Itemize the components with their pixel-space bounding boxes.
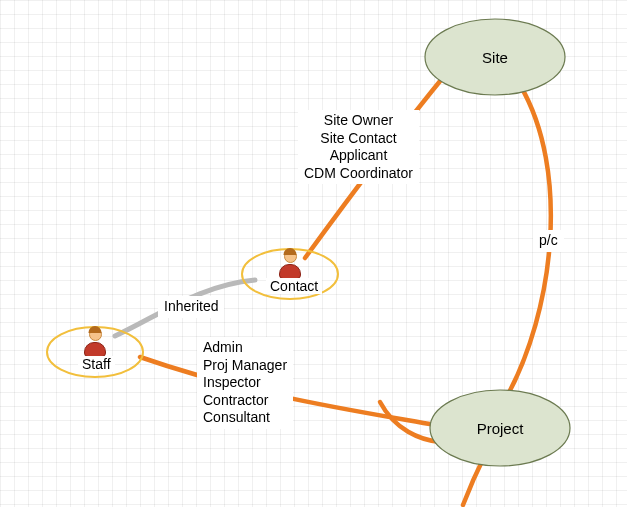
role-text: Inspector <box>203 374 287 392</box>
node-site-label: Site <box>475 49 515 66</box>
diagram-svg <box>0 0 627 507</box>
role-text: CDM Coordinator <box>304 165 413 183</box>
node-contact-label: Contact <box>266 278 322 294</box>
role-text: Site Owner <box>304 112 413 130</box>
node-staff-label: Staff <box>78 356 115 372</box>
role-text: Applicant <box>304 147 413 165</box>
role-text: Site Contact <box>304 130 413 148</box>
diagram-canvas: Site Project Contact Staff Site Owner Si… <box>0 0 627 507</box>
role-text: Contractor <box>203 392 287 410</box>
node-project-label: Project <box>472 420 528 437</box>
edge-staff-project-roles: Admin Proj Manager Inspector Contractor … <box>197 337 293 429</box>
edge-site-project-label: p/c <box>533 230 564 252</box>
edge-project-down <box>463 455 485 505</box>
edge-site-contact-roles: Site Owner Site Contact Applicant CDM Co… <box>298 110 419 184</box>
edge-contact-staff-label: Inherited <box>158 296 224 318</box>
person-icon <box>84 328 106 354</box>
role-text: Consultant <box>203 409 287 427</box>
role-text: Proj Manager <box>203 357 287 375</box>
edge-project-branch <box>380 402 440 442</box>
role-text: Admin <box>203 339 287 357</box>
person-icon <box>279 250 301 276</box>
